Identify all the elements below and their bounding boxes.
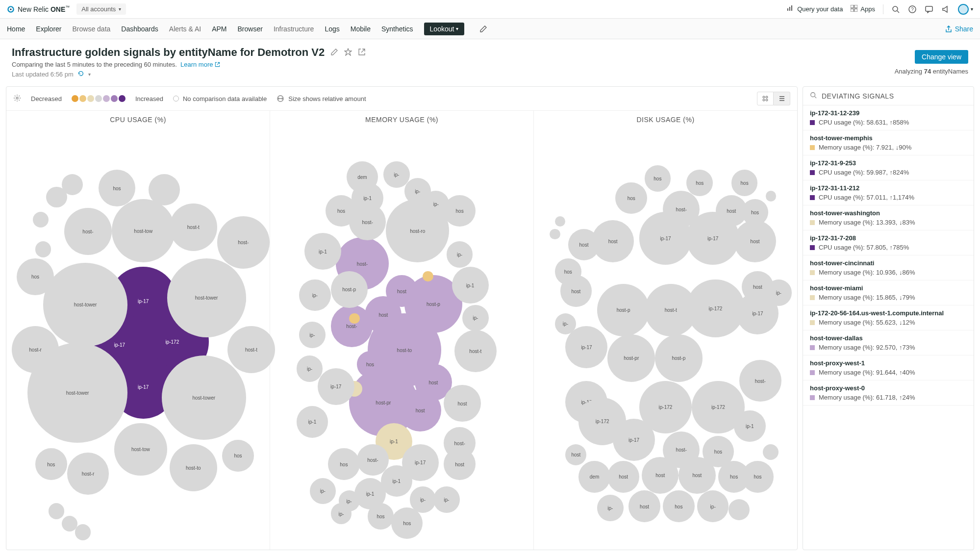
refresh-icon[interactable] — [77, 70, 84, 78]
apps-link[interactable]: Apps — [851, 5, 875, 13]
external-link-icon[interactable] — [358, 48, 366, 57]
bubble[interactable]: host-p — [655, 334, 703, 382]
bubble[interactable]: host-tow — [112, 199, 175, 262]
star-icon[interactable] — [344, 48, 352, 57]
view-list-button[interactable] — [774, 92, 790, 105]
nav-explorer[interactable]: Explorer — [36, 25, 61, 33]
bubble[interactable]: host — [568, 229, 600, 260]
bubble[interactable]: ip- — [297, 355, 323, 382]
nav-browser[interactable]: Browser — [238, 25, 263, 33]
bubble[interactable]: hos — [742, 199, 768, 226]
bubble[interactable]: ip- — [299, 279, 330, 311]
bubble[interactable]: hos — [222, 440, 253, 471]
bubble[interactable] — [555, 216, 565, 227]
bubble[interactable] — [230, 292, 246, 308]
bubble[interactable]: hos — [444, 195, 475, 227]
bubble[interactable]: host-p — [331, 271, 368, 308]
bubble[interactable]: host-p — [597, 284, 650, 336]
share-button[interactable]: Share — [945, 25, 973, 33]
bubble[interactable]: host — [642, 457, 678, 494]
search-icon[interactable] — [810, 92, 817, 100]
bubble[interactable]: host- — [64, 208, 112, 255]
bubble[interactable] — [35, 241, 51, 257]
bubble[interactable]: hos — [35, 448, 67, 480]
deviating-item[interactable]: ip-172-31-7-208CPU usage (%): 57.805, ↑7… — [803, 230, 974, 255]
bubble[interactable]: ip- — [331, 503, 352, 524]
bubble[interactable]: host — [607, 461, 639, 492]
bubble[interactable]: host — [628, 490, 660, 522]
bubble[interactable]: ip-17 — [318, 368, 354, 405]
bubble[interactable]: hos — [645, 165, 671, 192]
change-view-button[interactable]: Change view — [915, 50, 968, 64]
bubble[interactable]: hos — [99, 170, 135, 206]
bubble[interactable]: ip- — [299, 322, 326, 348]
deviating-item[interactable]: host-tower-cincinnatiMemory usage (%): 1… — [803, 255, 974, 280]
bubble[interactable]: host — [386, 275, 417, 306]
bubble[interactable]: hos — [615, 182, 647, 214]
deviating-item[interactable]: host-tower-dallasMemory usage (%): 92.57… — [803, 330, 974, 355]
bubble[interactable]: host-tow — [114, 423, 167, 476]
bubble[interactable] — [149, 174, 180, 205]
deviating-item[interactable]: ip-172-31-9-253CPU usage (%): 59.987, ↑8… — [803, 155, 974, 180]
edit-icon[interactable] — [479, 25, 488, 33]
bubble[interactable] — [423, 271, 433, 281]
bubble[interactable]: ip-1 — [304, 233, 341, 270]
bubble[interactable]: host — [678, 457, 715, 494]
bubble[interactable]: host-to — [170, 444, 217, 492]
query-data-link[interactable]: Query your data — [786, 4, 843, 14]
bubble[interactable]: hos — [663, 490, 694, 522]
bubble[interactable]: host — [444, 448, 475, 480]
bubble[interactable] — [33, 212, 49, 228]
bubble[interactable]: host-r — [12, 326, 59, 374]
bubble[interactable]: ip- — [766, 279, 792, 306]
deviating-item[interactable]: ip-172-31-12-239CPU usage (%): 58.631, ↑… — [803, 105, 974, 130]
bubble[interactable]: ip- — [597, 495, 624, 521]
bubble[interactable] — [49, 503, 64, 519]
deviating-item[interactable]: host-tower-memphisMemory usage (%): 7.92… — [803, 130, 974, 155]
bubble[interactable]: ip- — [383, 161, 410, 188]
gear-icon[interactable] — [13, 94, 21, 103]
bubble[interactable]: hos — [17, 258, 53, 295]
deviating-item[interactable]: ip-172-20-56-164.us-west-1.compute.inter… — [803, 305, 974, 330]
bubble[interactable]: host-tower — [43, 263, 127, 347]
bubble[interactable]: hos — [391, 507, 423, 539]
bubble[interactable] — [763, 444, 779, 460]
bubble[interactable]: ip-1 — [734, 410, 765, 442]
bubble[interactable]: hos — [357, 351, 383, 378]
nav-dashboards[interactable]: Dashboards — [121, 25, 158, 33]
bubble[interactable] — [550, 229, 560, 239]
bubble[interactable]: hos — [731, 170, 758, 196]
chat-icon[interactable] — [925, 5, 933, 14]
bubble[interactable]: hos — [742, 461, 773, 492]
deviating-item[interactable]: host-tower-miamiMemory usage (%): 15.865… — [803, 280, 974, 305]
bubble[interactable]: ip-17 — [613, 419, 655, 461]
nav-logs[interactable]: Logs — [325, 25, 339, 33]
bubble[interactable]: ip-1 — [381, 465, 412, 497]
bubble[interactable]: hos — [368, 503, 394, 530]
announce-icon[interactable] — [941, 5, 950, 14]
bubble[interactable]: host-t — [454, 330, 497, 372]
nav-lookout[interactable]: Lookout▾ — [424, 23, 465, 35]
help-icon[interactable]: ? — [908, 5, 917, 14]
bubble[interactable] — [349, 313, 359, 324]
nav-home[interactable]: Home — [7, 25, 25, 33]
bubble[interactable]: hos — [328, 448, 359, 480]
bubble[interactable] — [766, 191, 776, 201]
bubble[interactable]: host-t — [227, 326, 275, 374]
nav-apm[interactable]: APM — [212, 25, 226, 33]
bubble[interactable]: ip-1 — [352, 182, 383, 214]
bubble[interactable]: hos — [686, 170, 713, 196]
bubble[interactable]: ip- — [697, 490, 729, 522]
bubble[interactable] — [62, 174, 83, 195]
nav-mobile[interactable]: Mobile — [351, 25, 371, 33]
bubble[interactable] — [75, 524, 91, 540]
nav-alerts-ai[interactable]: Alerts & AI — [169, 25, 201, 33]
bubble[interactable] — [729, 499, 750, 520]
deviating-item[interactable]: ip-172-31-11-212CPU usage (%): 57.011, ↑… — [803, 180, 974, 205]
bubble[interactable]: host — [444, 385, 480, 422]
bubble[interactable]: ip- — [310, 478, 336, 505]
search-icon[interactable] — [891, 5, 900, 14]
bubble[interactable]: host-pr — [607, 334, 655, 382]
nav-browse-data[interactable]: Browse data — [73, 25, 111, 33]
bubble[interactable]: host — [565, 444, 586, 465]
